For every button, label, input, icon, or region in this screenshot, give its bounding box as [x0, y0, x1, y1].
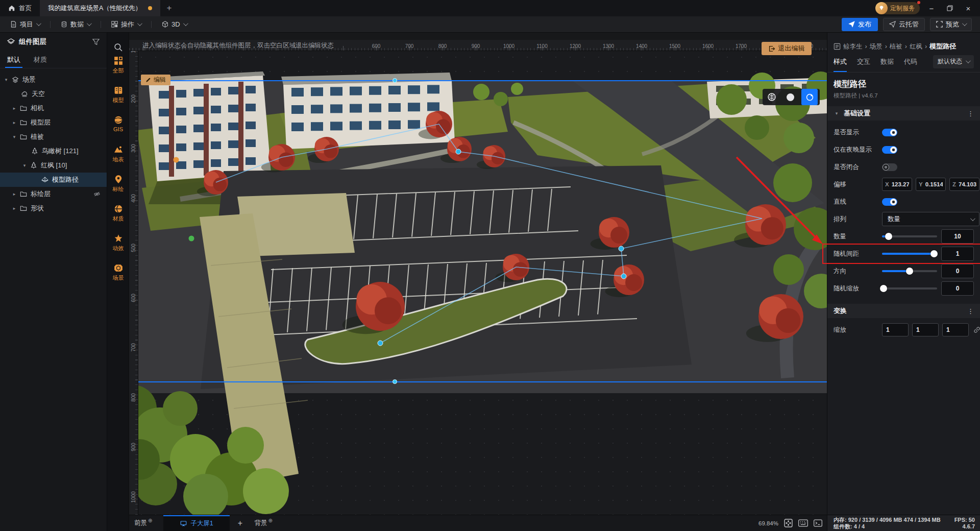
artboard-top-edge[interactable] [138, 80, 827, 81]
chevron-collapsed-icon[interactable]: ▸ [11, 106, 17, 111]
tab-interaction[interactable]: 交互 [857, 51, 870, 72]
tab-data[interactable]: 数据 [880, 51, 894, 72]
foreground-button[interactable]: 前景⊕ [134, 515, 152, 531]
offset-y-input[interactable]: Y0.1514 [916, 178, 946, 191]
add-screen-button[interactable]: + [230, 515, 250, 531]
slider-handle[interactable] [880, 285, 887, 292]
tab-home[interactable]: 首页 [0, 0, 40, 16]
cloud-host-button[interactable]: 云托管 [883, 18, 925, 31]
breadcrumb-scene[interactable]: 场景 [870, 42, 883, 51]
close-button[interactable]: × [962, 2, 975, 14]
tab-style[interactable]: 样式 [834, 51, 847, 72]
chevron-expanded-icon[interactable]: ▾ [11, 134, 17, 139]
random-scale-input[interactable]: 0 [941, 281, 974, 296]
tree-item-vegetation[interactable]: ▾ 植被 [0, 130, 107, 144]
zoom-level[interactable]: 69.84% [758, 520, 778, 526]
closed-toggle[interactable] [882, 163, 897, 171]
tab-material[interactable]: 材质 [34, 51, 47, 68]
tree-item-plot-layer[interactable]: ▸ 标绘层 [0, 187, 107, 201]
scale-y-input[interactable]: 1 [912, 323, 939, 336]
arrange-select[interactable]: 数量 [882, 212, 979, 226]
random-scale-slider[interactable] [882, 287, 937, 289]
console-icon[interactable] [813, 519, 823, 528]
edit-badge[interactable]: 编辑 [141, 75, 170, 85]
globe-view-button[interactable] [763, 89, 781, 105]
random-gap-input[interactable]: 1 [941, 247, 974, 261]
publish-button[interactable]: 发布 [842, 18, 878, 31]
artboard-top-handle[interactable] [393, 78, 397, 83]
tree-item-shape[interactable]: ▸ 形状 [0, 201, 107, 215]
menu-project[interactable]: 项目 [8, 20, 42, 29]
direction-slider[interactable] [882, 270, 937, 272]
tab-scene[interactable]: 我的建筑底座场景A（性能优先） [40, 0, 160, 16]
slider-handle[interactable] [906, 268, 913, 275]
night-only-toggle[interactable] [882, 146, 897, 154]
artboard-bottom-edge[interactable] [138, 381, 827, 382]
add-icon[interactable]: ⊕ [148, 518, 152, 523]
tree-item-model-path[interactable]: 模型路径 [0, 173, 107, 187]
new-tab-button[interactable]: + [160, 0, 178, 16]
library-item-terrain[interactable]: 地表 [107, 145, 129, 163]
chevron-expanded-icon[interactable]: ▾ [834, 111, 840, 116]
tree-item-model-layer[interactable]: ▸ 模型层 [0, 115, 107, 130]
scale-z-input[interactable]: 1 [942, 323, 969, 336]
chevron-collapsed-icon[interactable]: ▸ [11, 206, 17, 211]
fit-to-screen-icon[interactable] [783, 519, 793, 528]
offset-x-input[interactable]: X123.27 [882, 178, 912, 191]
library-item-effects[interactable]: 动效 [107, 234, 129, 252]
tree-item-camera[interactable]: ▸ 相机 [0, 101, 107, 115]
offset-z-input[interactable]: Z74.103 [949, 178, 979, 191]
count-input[interactable]: 10 [941, 229, 974, 244]
chevron-collapsed-icon[interactable]: ▸ [11, 191, 17, 197]
random-gap-slider[interactable] [882, 253, 937, 255]
section-transform[interactable]: 变换 ⋮ [827, 304, 980, 318]
restore-button[interactable] [943, 2, 957, 14]
chevron-expanded-icon[interactable]: ▾ [3, 77, 9, 82]
tree-item-scene[interactable]: ▾ 场景 [0, 73, 107, 87]
library-item-gis[interactable]: GIS [107, 115, 129, 132]
preview-button[interactable]: 预览 [930, 18, 972, 31]
breadcrumb-root[interactable]: 鲸李生 [843, 42, 863, 51]
tab-code[interactable]: 代码 [904, 51, 917, 72]
library-item-material[interactable]: 材质 [107, 204, 129, 223]
menu-operation[interactable]: 操作 [109, 20, 143, 29]
count-slider[interactable] [882, 235, 937, 237]
minimize-button[interactable]: − [925, 2, 938, 14]
tree-item-birdview-tree[interactable]: 鸟瞰树 [121] [0, 144, 107, 158]
scale-x-input[interactable]: 1 [882, 323, 909, 336]
menu-3d[interactable]: 3D [160, 20, 189, 28]
orbit-mode-button[interactable] [801, 89, 818, 105]
chevron-expanded-icon[interactable]: ▾ [21, 163, 28, 168]
add-icon[interactable]: ⊕ [268, 518, 272, 523]
search-icon[interactable] [107, 43, 129, 52]
slider-handle[interactable] [930, 250, 938, 257]
screen-tab[interactable]: 子大屏1 [163, 515, 230, 531]
link-values-icon[interactable] [973, 326, 980, 333]
custom-service-badge[interactable]: 定制服务 [875, 2, 920, 14]
solid-sphere-button[interactable] [781, 89, 799, 105]
breadcrumb-red-maple[interactable]: 红枫 [910, 42, 922, 51]
visible-toggle[interactable] [882, 129, 897, 136]
breadcrumb-vegetation[interactable]: 植被 [890, 42, 902, 51]
state-select[interactable]: 默认状态 [933, 55, 974, 68]
library-item-plot[interactable]: 标绘 [107, 175, 129, 193]
menu-data[interactable]: 数据 [59, 20, 92, 29]
direction-input[interactable]: 0 [941, 264, 974, 278]
tree-item-sky[interactable]: 天空 [0, 87, 107, 101]
tree-item-red-maple[interactable]: ▾ 红枫 [10] [0, 158, 107, 173]
keyboard-shortcuts-icon[interactable] [798, 519, 808, 528]
chevron-collapsed-icon[interactable]: ▸ [11, 120, 17, 125]
exit-edit-button[interactable]: 退出编辑 [762, 42, 812, 55]
slider-handle[interactable] [885, 233, 892, 240]
straight-toggle[interactable] [882, 198, 897, 206]
library-item-model[interactable]: 模型 [107, 86, 129, 104]
filter-icon[interactable] [92, 38, 100, 45]
artboard-bottom-handle[interactable] [393, 379, 397, 384]
kebab-menu-icon[interactable]: ⋮ [967, 110, 974, 117]
tab-default[interactable]: 默认 [7, 51, 20, 68]
background-button[interactable]: 背景⊕ [254, 515, 272, 531]
kebab-menu-icon[interactable]: ⋮ [967, 307, 974, 315]
library-item-all[interactable]: 全部 [107, 56, 129, 75]
library-item-scene[interactable]: 场景 [107, 263, 129, 282]
visibility-off-icon[interactable] [93, 190, 101, 198]
